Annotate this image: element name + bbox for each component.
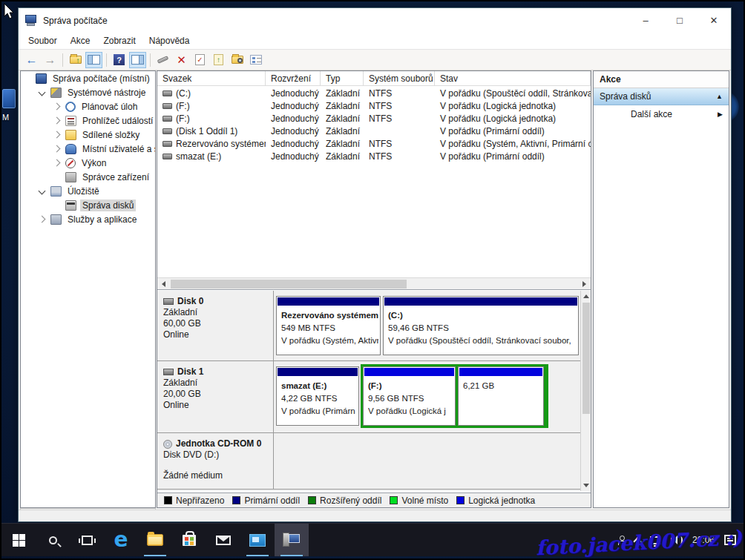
tree-item[interactable]: Správa disků	[21, 198, 155, 212]
partition-type-bar	[459, 368, 542, 376]
partition-block[interactable]: Rezervováno systémem549 MB NTFSV pořádku…	[276, 296, 381, 355]
delete-button[interactable]: ✕	[173, 52, 190, 68]
volume-row[interactable]: (F:)JednoduchýZákladníNTFSV pořádku (Log…	[157, 112, 591, 125]
desktop-shortcut[interactable]: M	[2, 89, 17, 128]
partition-block[interactable]: smazat (E:)4,22 GB NTFSV pořádku (Primár…	[276, 366, 359, 426]
find-folder-icon	[232, 56, 243, 64]
check-disk-button[interactable]: ✓	[191, 52, 209, 68]
minimize-button[interactable]: –	[629, 8, 663, 33]
partition-size: 4,22 GB NTFS	[281, 392, 357, 405]
chevron-right-icon[interactable]	[53, 145, 61, 153]
disk-header[interactable]: Disk 1Základní20,00 GBOnline	[157, 361, 274, 432]
tree-item[interactable]: Výkon	[21, 156, 155, 170]
collapse-arrow-icon[interactable]: ▲	[716, 93, 723, 100]
partition-title: (C:)	[388, 309, 577, 322]
task-view-button[interactable]	[70, 524, 104, 556]
legend-item: Logická jednotka	[456, 495, 535, 506]
scroll-right-arrow[interactable]	[578, 278, 591, 289]
chevron-down-icon[interactable]	[39, 89, 46, 96]
computer-management-taskbar-button[interactable]	[275, 524, 309, 556]
menu-item[interactable]: Nápověda	[142, 33, 197, 48]
scrollbar-thumb[interactable]	[582, 303, 590, 414]
column-header[interactable]: Rozvržení	[266, 71, 321, 85]
extended-partition-frame[interactable]: (F:)9,56 GB NTFSV pořádku (Logická j6,21…	[361, 364, 548, 428]
disk-detail-line: 60,00 GB	[163, 318, 270, 329]
more-actions-item[interactable]: Další akce ▶	[594, 105, 729, 123]
column-header[interactable]: Svazek	[157, 71, 266, 85]
forward-button[interactable]: →	[42, 52, 59, 68]
volume-row[interactable]: Rezervováno systémemJednoduchýZákladníNT…	[157, 137, 591, 150]
menu-item[interactable]: Zobrazit	[96, 33, 142, 48]
volume-row[interactable]: (C:)JednoduchýZákladníNTFSV pořádku (Spo…	[157, 87, 591, 99]
cdrom-row: Jednotka CD-ROM 0Disk DVD (D:)Žádné médi…	[157, 433, 591, 490]
up-level-button[interactable]: ↑	[67, 52, 84, 68]
store-button[interactable]	[172, 524, 206, 556]
desktop-shortcut-label: M	[2, 113, 17, 122]
column-header[interactable]: Typ	[321, 71, 364, 85]
actions-group-disk-management[interactable]: Správa disků ▲	[594, 88, 729, 105]
maximize-button[interactable]: □	[663, 8, 697, 33]
volume-row[interactable]: (Disk 1 Oddíl 1)JednoduchýZákladníV pořá…	[157, 125, 591, 137]
tree-item[interactable]: Místní uživatelé a skupiny	[21, 142, 155, 156]
tree-item[interactable]: Správa počítače (místní)	[21, 71, 155, 85]
disk-header[interactable]: Jednotka CD-ROM 0Disk DVD (D:)Žádné médi…	[157, 433, 274, 489]
close-button[interactable]: ✕	[697, 8, 731, 33]
tree-item[interactable]: Plánovač úloh	[21, 99, 155, 113]
tree-item[interactable]: Správce zařízení	[21, 170, 155, 184]
help-icon: ?	[114, 54, 125, 65]
console-tree-button[interactable]	[85, 52, 102, 68]
title-bar[interactable]: Správa počítače – □ ✕	[19, 8, 731, 33]
scroll-down-arrow[interactable]	[581, 480, 591, 491]
scrollbar-thumb[interactable]	[171, 280, 407, 289]
tree-item[interactable]: Služby a aplikace	[21, 212, 155, 226]
scroll-left-arrow[interactable]	[157, 278, 170, 289]
partition-status: V pořádku (Systém, Aktivn	[281, 335, 378, 347]
menu-item[interactable]: Soubor	[22, 33, 64, 48]
tree-item-label: Prohlížeč událostí	[80, 115, 155, 127]
column-header[interactable]: Systém souborů	[364, 71, 435, 85]
start-button[interactable]	[1, 524, 36, 556]
partition-block[interactable]: (F:)9,56 GB NTFSV pořádku (Logická j	[363, 366, 456, 426]
file-explorer-button[interactable]	[138, 524, 172, 556]
volume-list-header[interactable]: SvazekRozvrženíTypSystém souborůStav	[157, 71, 591, 86]
rescan-button[interactable]	[154, 52, 171, 68]
action-pane-button[interactable]	[129, 52, 146, 68]
tree-item-label: Správce zařízení	[80, 171, 151, 183]
disk-header[interactable]: Disk 0Základní60,00 GBOnline	[157, 291, 274, 360]
tree-item[interactable]: Prohlížeč událostí	[21, 113, 155, 128]
volume-row[interactable]: (F:)JednoduchýZákladníNTFSV pořádku (Log…	[157, 99, 591, 112]
help-button[interactable]: ?	[111, 52, 128, 68]
action-pane-icon	[131, 55, 144, 65]
chevron-down-icon[interactable]	[39, 188, 46, 195]
volume-list-horizontal-scrollbar[interactable]	[157, 277, 591, 290]
edge-button[interactable]: e	[104, 524, 138, 556]
column-header[interactable]: Stav	[435, 71, 591, 85]
chevron-right-icon[interactable]	[39, 216, 46, 223]
mail-button[interactable]	[206, 524, 240, 556]
menu-item[interactable]: Akce	[64, 33, 97, 48]
chevron-right-icon[interactable]	[53, 117, 61, 125]
browse-button[interactable]	[229, 52, 246, 68]
console-tree: Správa počítače (místní)Systémové nástro…	[20, 70, 156, 508]
partition-info: (F:)9,56 GB NTFSV pořádku (Logická j	[368, 380, 453, 418]
chevron-right-icon[interactable]	[53, 159, 61, 167]
chevron-right-icon[interactable]	[53, 103, 61, 111]
scroll-up-arrow[interactable]	[581, 291, 591, 302]
disk-view-vertical-scrollbar[interactable]	[580, 291, 591, 491]
volume-row[interactable]: smazat (E:)JednoduchýZákladníNTFSV pořád…	[157, 150, 591, 162]
partition-block[interactable]: (C:)59,46 GB NTFSV pořádku (Spouštěcí od…	[383, 296, 579, 355]
partition-block[interactable]: 6,21 GB	[458, 366, 544, 426]
back-icon: ←	[26, 53, 38, 67]
volume-fs-cell: NTFS	[364, 88, 435, 99]
partition-status: V pořádku (Spouštěcí oddíl, Stránkovací …	[388, 335, 577, 347]
tree-item[interactable]: Úložiště	[21, 184, 155, 198]
export-button[interactable]: ↑	[210, 52, 227, 68]
chevron-right-icon[interactable]	[53, 131, 61, 139]
tree-item[interactable]: Sdílené složky	[21, 128, 155, 142]
tree-item[interactable]: Systémové nástroje	[21, 85, 155, 99]
search-button[interactable]	[36, 524, 70, 556]
back-button[interactable]: ←	[23, 52, 40, 68]
properties-button[interactable]	[247, 52, 264, 68]
mail-icon	[216, 536, 231, 545]
blue-app-button[interactable]	[240, 524, 275, 556]
